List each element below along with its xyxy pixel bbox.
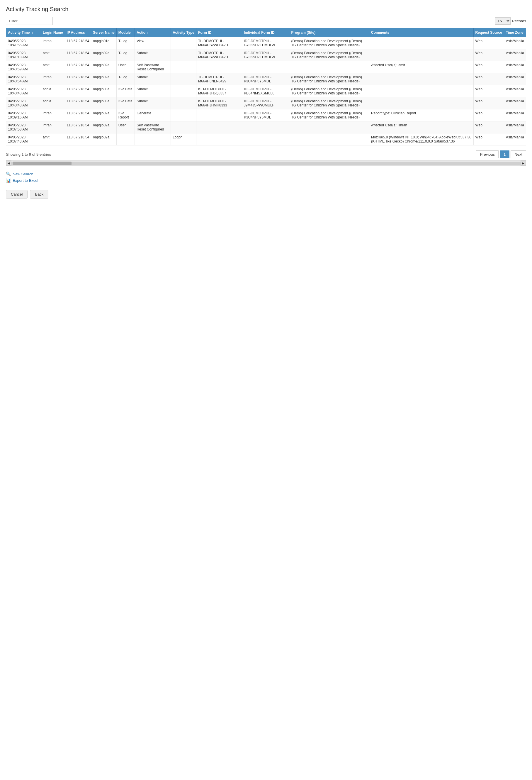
cell-time-zone: Asia/Manila <box>504 61 526 73</box>
cell-form-id: ISD-DEMOTPHL-M664HJHMH8333 <box>196 97 242 109</box>
cell-form-id <box>196 61 242 73</box>
search-icon: 🔍 <box>6 172 11 176</box>
cell-request-source: Web <box>473 61 504 73</box>
table-row: 04/05/2023 10:40:43 AMsonia118.67.218.54… <box>6 85 526 97</box>
cell-individual-form-id: IDF-DEMOTPHL-K3C4NF5Y6MUL <box>242 73 289 85</box>
table-row: 04/05/2023 10:37:58 AMimran118.67.218.54… <box>6 121 526 134</box>
col-request-source: Request Source <box>473 28 504 37</box>
table-row: 04/05/2023 10:41:56 AMimran118.67.218.54… <box>6 37 526 49</box>
cell-ip-address: 118.67.218.54 <box>65 61 91 73</box>
cell-individual-form-id: IDF-DEMOTPHL-K3C4NF5Y6MUL <box>242 109 289 121</box>
footer-buttons: Cancel Back <box>6 190 526 198</box>
back-button[interactable]: Back <box>30 190 48 198</box>
cell-server-name: oapglb03a <box>91 85 116 97</box>
cell-form-id: TL-DEMOTPHL-M664HS2WD842U <box>196 37 242 49</box>
showing-text: Showing 1 to 9 of 9 entries <box>6 152 51 157</box>
cell-module: ISP Report <box>116 109 135 121</box>
export-icon: 📊 <box>6 178 11 183</box>
cell-individual-form-id: IDF-DEMOTPHL-G7Q29D7EDMULW <box>242 49 289 61</box>
activity-table: Activity Time ↕ Login Name IP Address Se… <box>6 28 526 145</box>
col-program-site: Program (Site) <box>289 28 369 37</box>
cell-server-name: oapglb02a <box>91 73 116 85</box>
cell-activity-time: 04/05/2023 10:37:58 AM <box>6 121 41 134</box>
table-row: 04/05/2023 10:37:43 AMamit118.67.218.54o… <box>6 134 526 145</box>
cell-time-zone: Asia/Manila <box>504 85 526 97</box>
scroll-right-arrow[interactable]: ▶ <box>521 160 526 166</box>
cell-form-id <box>196 134 242 145</box>
cell-program-site: (Demo) Education and Development ((Demo)… <box>289 49 369 61</box>
cell-request-source: Web <box>473 109 504 121</box>
cell-activity-time: 04/05/2023 10:37:43 AM <box>6 134 41 145</box>
col-activity-time[interactable]: Activity Time ↕ <box>6 28 41 37</box>
cell-activity-time: 04/05/2023 10:39:16 AM <box>6 109 41 121</box>
pagination-bar: Showing 1 to 9 of 9 entries Previous 1 N… <box>6 149 526 160</box>
cell-individual-form-id: IDF-DEMOTPHL-G7Q29D7EDMULW <box>242 37 289 49</box>
scroll-left-arrow[interactable]: ◀ <box>6 160 11 166</box>
cell-login-name: imran <box>41 37 65 49</box>
cell-login-name: amit <box>41 134 65 145</box>
scroll-thumb[interactable] <box>13 161 71 165</box>
cell-ip-address: 118.67.218.54 <box>65 37 91 49</box>
cell-server-name: oapglb03a <box>91 97 116 109</box>
cell-action: Submit <box>135 97 171 109</box>
bottom-links: 🔍 New Search 📊 Export to Excel <box>6 172 526 183</box>
records-label: Records <box>512 19 526 23</box>
cell-time-zone: Asia/Manila <box>504 49 526 61</box>
cell-activity-time: 04/05/2023 10:40:54 AM <box>6 73 41 85</box>
cell-time-zone: Asia/Manila <box>504 73 526 85</box>
next-button[interactable]: Next <box>511 150 526 158</box>
page-1-button[interactable]: 1 <box>500 150 510 158</box>
cell-request-source: Web <box>473 97 504 109</box>
col-individual-form-id: Individual Form ID <box>242 28 289 37</box>
cell-form-id: TL-DEMOTPHL-M664HS2WD842U <box>196 49 242 61</box>
cell-ip-address: 118.67.218.54 <box>65 97 91 109</box>
toolbar: 15 25 50 100 Records <box>6 17 526 25</box>
cell-comments <box>369 49 474 61</box>
col-activity-type: Activity Type <box>171 28 196 37</box>
cell-activity-time: 04/05/2023 10:40:59 AM <box>6 61 41 73</box>
cell-server-name: oapglb02a <box>91 61 116 73</box>
cell-form-id <box>196 109 242 121</box>
cell-server-name: oapglb02a <box>91 109 116 121</box>
cell-server-name: oapglb02a <box>91 49 116 61</box>
cell-time-zone: Asia/Manila <box>504 121 526 134</box>
table-row: 04/05/2023 10:39:16 AMimran118.67.218.54… <box>6 109 526 121</box>
col-comments: Comments <box>369 28 474 37</box>
cell-activity-type <box>171 85 196 97</box>
cell-program-site <box>289 134 369 145</box>
cell-request-source: Web <box>473 121 504 134</box>
cancel-button[interactable]: Cancel <box>6 190 28 198</box>
cell-time-zone: Asia/Manila <box>504 109 526 121</box>
horizontal-scrollbar[interactable]: ◀ ▶ <box>6 160 526 166</box>
filter-input[interactable] <box>6 17 53 25</box>
cell-individual-form-id <box>242 121 289 134</box>
cell-module <box>116 134 135 145</box>
cell-individual-form-id <box>242 134 289 145</box>
cell-action: Self Password Reset Configured <box>135 61 171 73</box>
cell-individual-form-id: IDF-DEMOTPHL-J9M4JSPWUMULF <box>242 97 289 109</box>
cell-login-name: sonia <box>41 97 65 109</box>
export-label: Export to Excel <box>13 178 38 183</box>
new-search-link[interactable]: 🔍 New Search <box>6 172 526 176</box>
cell-login-name: sonia <box>41 85 65 97</box>
cell-server-name: oapglb02a <box>91 134 116 145</box>
export-link[interactable]: 📊 Export to Excel <box>6 178 526 183</box>
cell-login-name: imran <box>41 121 65 134</box>
cell-comments <box>369 85 474 97</box>
cell-request-source: Web <box>473 49 504 61</box>
cell-ip-address: 118.67.218.54 <box>65 121 91 134</box>
records-control: 15 25 50 100 Records <box>495 17 526 25</box>
cell-request-source: Web <box>473 37 504 49</box>
new-search-label: New Search <box>13 172 34 176</box>
cell-individual-form-id <box>242 61 289 73</box>
cell-ip-address: 118.67.218.54 <box>65 109 91 121</box>
cell-activity-time: 04/05/2023 10:40:43 AM <box>6 85 41 97</box>
cell-comments: Affected User(s): imran <box>369 121 474 134</box>
records-select[interactable]: 15 25 50 100 <box>495 17 511 25</box>
previous-button[interactable]: Previous <box>476 150 498 158</box>
col-ip-address: IP Address <box>65 28 91 37</box>
table-row: 04/05/2023 10:41:18 AMamit118.67.218.54o… <box>6 49 526 61</box>
cell-activity-type <box>171 49 196 61</box>
cell-time-zone: Asia/Manila <box>504 97 526 109</box>
cell-comments <box>369 97 474 109</box>
